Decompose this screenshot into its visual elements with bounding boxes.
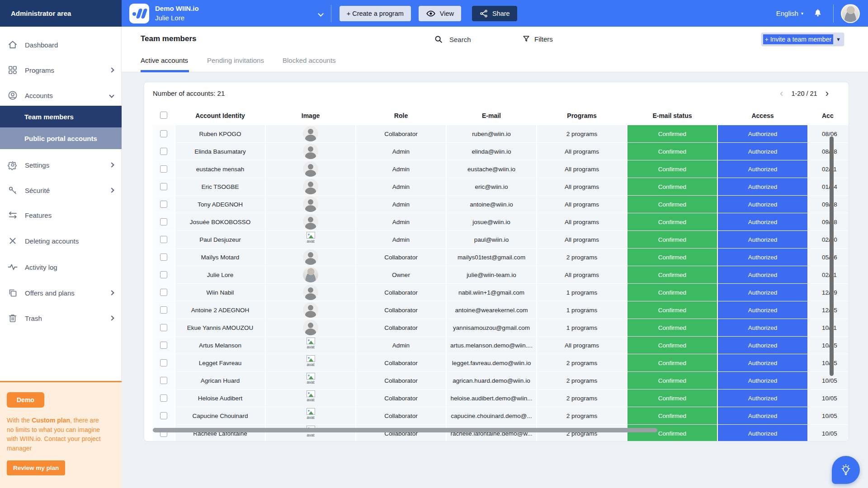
row-checkbox[interactable] — [160, 165, 167, 173]
filters-control[interactable]: Filters — [522, 34, 553, 43]
table-row[interactable]: Antoine 2 ADEGNOH avat Collaborator anto… — [144, 301, 849, 319]
table-row[interactable]: Legget Favreau avat Collaborator legget.… — [144, 354, 849, 371]
filter-funnel-icon — [522, 34, 531, 43]
sidebar-item-programs[interactable]: Programs — [0, 60, 122, 80]
column-header: Account Identity — [175, 112, 265, 119]
row-checkbox[interactable] — [160, 236, 167, 243]
row-checkbox[interactable] — [160, 377, 167, 384]
sidebar-item-securite[interactable]: Sécurité — [0, 180, 122, 201]
share-button[interactable]: Share — [472, 6, 517, 21]
review-my-plan-button[interactable]: Review my plan — [7, 460, 65, 475]
row-checkbox[interactable] — [160, 342, 167, 349]
table-row[interactable]: Capucine Chouinard avat Collaborator cap… — [144, 407, 849, 424]
row-checkbox-cell — [153, 213, 175, 230]
notifications-bell-icon[interactable] — [812, 8, 823, 19]
activity-pulse-icon — [7, 262, 18, 272]
broken-image-alt: avat — [307, 239, 314, 244]
user-avatar[interactable] — [841, 4, 860, 23]
image-cell: avat — [266, 372, 355, 389]
sidebar-item-trash[interactable]: Trash — [0, 308, 122, 328]
account-identity-cell: Paul Desjuzeur — [175, 231, 265, 248]
accounts-count-value: 21 — [217, 89, 225, 97]
search-control[interactable]: Search — [434, 34, 471, 44]
row-checkbox-cell — [153, 266, 175, 283]
row-checkbox[interactable] — [160, 271, 167, 278]
pagination-next-icon[interactable]: › — [826, 89, 829, 99]
table-row[interactable]: Elinda Basumatary avat Admin elinda@wiin… — [144, 143, 849, 160]
workspace-switcher-chevron[interactable] — [319, 9, 323, 18]
demo-text-bold: Custom plan — [32, 417, 70, 424]
table-row[interactable]: Rachelle Lafontaine avat Collaborator ra… — [144, 425, 849, 441]
table-row[interactable]: Paul Desjuzeur avat Admin paul@wiin.io A… — [144, 231, 849, 248]
row-checkbox[interactable] — [160, 253, 167, 261]
table-row[interactable]: Agrican Huard avat Collaborator agrican.… — [144, 372, 849, 389]
row-checkbox[interactable] — [160, 394, 167, 402]
row-checkbox[interactable] — [160, 148, 167, 155]
row-checkbox[interactable] — [160, 218, 167, 225]
table-row[interactable]: Maïlys Motard avat Collaborator mailys01… — [144, 249, 849, 266]
email-cell: antoine@wiin.io — [447, 196, 536, 213]
tab-active-accounts[interactable]: Active accounts — [141, 56, 188, 64]
table-row[interactable]: Julie Lore avat Owner julie@wiin-team.io… — [144, 266, 849, 283]
table-row[interactable]: eustache mensah avat Admin eustache@wiin… — [144, 160, 849, 178]
email-cell: yannisamouzou@gmail.com — [447, 319, 536, 336]
creation-date-cell: 12/19 — [808, 284, 849, 301]
row-checkbox[interactable] — [160, 130, 167, 137]
vertical-scrollbar[interactable] — [830, 136, 834, 376]
view-button[interactable]: View — [419, 6, 461, 21]
select-all-checkbox[interactable] — [160, 112, 167, 119]
invite-team-member-button[interactable]: + Invite a team member ▼ — [761, 33, 844, 46]
row-checkbox[interactable] — [160, 306, 167, 314]
table-row[interactable]: Eric TSOGBE avat Admin eric@wiin.io All … — [144, 178, 849, 195]
access-badge: Authorized — [718, 301, 807, 319]
programs-cell: All programs — [537, 160, 627, 178]
horizontal-scrollbar[interactable] — [153, 428, 657, 432]
chevron-right-icon — [109, 290, 114, 295]
sidebar-item-features[interactable]: Features — [0, 205, 122, 225]
table-row[interactable]: Ekue Yannis AMOUZOU avat Collaborator ya… — [144, 319, 849, 336]
access-badge: Authorized — [718, 319, 807, 336]
avatar — [303, 267, 318, 282]
sidebar-item-dashboard[interactable]: Dashboard — [0, 34, 122, 55]
filters-label: Filters — [534, 35, 553, 43]
sidebar-item-offers-and-plans[interactable]: Offers and plans — [0, 282, 122, 303]
table-row[interactable]: Artus Melanson avat Admin artus.melanson… — [144, 337, 849, 354]
row-checkbox[interactable] — [160, 324, 167, 331]
row-checkbox[interactable] — [160, 359, 167, 366]
table-row[interactable]: Heloise Audibert avat Collaborator heloi… — [144, 389, 849, 407]
row-checkbox[interactable] — [160, 412, 167, 419]
sidebar-item-team-members[interactable]: Team members — [0, 106, 122, 127]
sidebar-item-public-portal-accounts[interactable]: Public portal accounts — [0, 127, 122, 149]
row-checkbox[interactable] — [160, 183, 167, 190]
tab-blocked-accounts[interactable]: Blocked accounts — [283, 56, 336, 64]
sidebar-item-activity-log[interactable]: Activity log — [0, 257, 122, 277]
programs-cell: 2 programs — [537, 249, 627, 266]
row-checkbox-cell — [153, 319, 175, 336]
pagination-prev-icon[interactable]: ‹ — [780, 89, 783, 99]
row-checkbox-cell — [153, 284, 175, 301]
home-icon — [7, 39, 18, 50]
image-cell: avat — [266, 231, 355, 248]
creation-date-cell: 02/10 — [808, 231, 849, 248]
role-cell: Admin — [356, 196, 446, 213]
email-cell: nabil.wiin+1@gmail.com — [447, 284, 536, 301]
create-program-button[interactable]: + Create a program — [340, 6, 411, 21]
account-identity-cell: Ekue Yannis AMOUZOU — [175, 319, 265, 336]
sidebar-item-deleting-accounts[interactable]: Deleting accounts — [0, 230, 122, 251]
table-row[interactable]: Ruben KPOGO avat Collaborator ruben@wiin… — [144, 125, 849, 142]
sidebar-item-settings[interactable]: Settings — [0, 155, 122, 175]
language-selector[interactable]: English▾ — [776, 9, 803, 17]
image-cell: avat — [266, 125, 355, 142]
table-row[interactable]: Wiin Nabil avat Collaborator nabil.wiin+… — [144, 284, 849, 301]
role-cell: Collaborator — [356, 125, 446, 142]
sidebar-item-accounts[interactable]: Accounts — [0, 85, 122, 106]
tab-pending-invitations[interactable]: Pending invitations — [207, 56, 264, 64]
wiin-logo — [129, 4, 149, 23]
row-checkbox[interactable] — [160, 289, 167, 296]
row-checkbox[interactable] — [160, 201, 167, 208]
help-lightbulb-fab[interactable] — [832, 456, 860, 484]
table-row[interactable]: Josuée BOKOBOSSO avat Admin josue@wiin.i… — [144, 213, 849, 230]
role-cell: Owner — [356, 266, 446, 283]
table-row[interactable]: Tony ADEGNOH avat Admin antoine@wiin.io … — [144, 196, 849, 213]
account-identity-cell: Artus Melanson — [175, 337, 265, 354]
